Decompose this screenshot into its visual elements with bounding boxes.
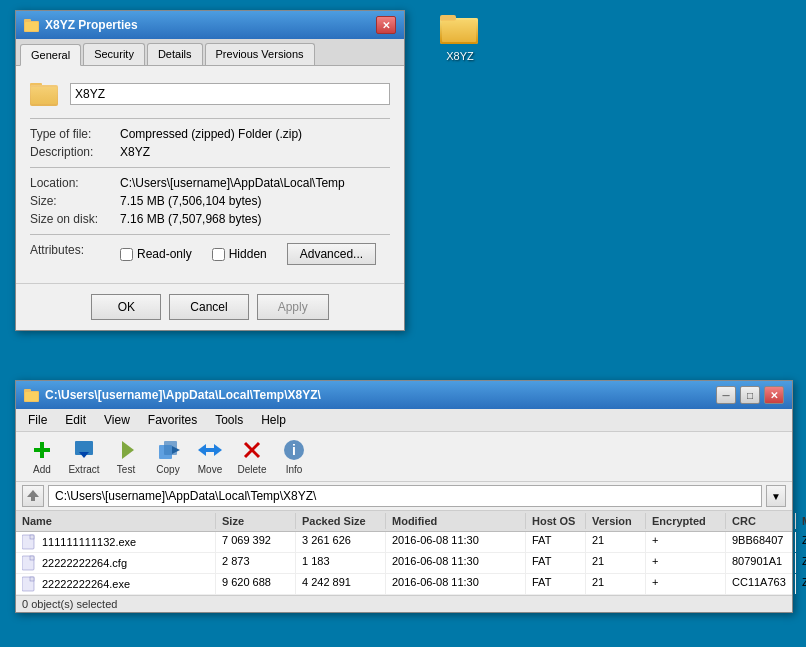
fm-minimize-button[interactable]: ─ xyxy=(716,386,736,404)
tabs-bar: General Security Details Previous Versio… xyxy=(16,39,404,66)
fm-title: C:\Users\[username]\AppData\Local\Temp\X… xyxy=(45,388,321,402)
titlebar-folder-icon xyxy=(24,17,40,33)
svg-rect-10 xyxy=(30,85,58,106)
file-cell-size: 2 873 xyxy=(216,553,296,573)
svg-rect-33 xyxy=(30,535,34,539)
address-input[interactable] xyxy=(48,485,762,507)
readonly-checkbox-label[interactable]: Read-only xyxy=(120,247,192,261)
dialog-close-button[interactable]: ✕ xyxy=(376,16,396,34)
cancel-button[interactable]: Cancel xyxy=(169,294,248,320)
info-icon: i xyxy=(282,438,306,462)
col-packed-size[interactable]: Packed Size xyxy=(296,513,386,529)
svg-marker-18 xyxy=(122,441,134,459)
file-cell-modified: 2016-06-08 11:30 xyxy=(386,553,526,573)
address-up-button[interactable] xyxy=(22,485,44,507)
col-encrypted[interactable]: Encrypted xyxy=(646,513,726,529)
hidden-label: Hidden xyxy=(229,247,267,261)
menu-edit[interactable]: Edit xyxy=(57,411,94,429)
advanced-button[interactable]: Advanced... xyxy=(287,243,376,265)
size-on-disk-label: Size on disk: xyxy=(30,212,120,226)
toolbar-info-button[interactable]: i Info xyxy=(274,436,314,477)
toolbar-delete-button[interactable]: Delete xyxy=(232,436,272,477)
file-row[interactable]: 111111111132.exe 7 069 392 3 261 626 201… xyxy=(16,532,792,553)
svg-rect-6 xyxy=(25,22,38,31)
status-bar: 0 object(s) selected xyxy=(16,595,792,612)
file-row[interactable]: 22222222264.cfg 2 873 1 183 2016-06-08 1… xyxy=(16,553,792,574)
tab-details[interactable]: Details xyxy=(147,43,203,65)
menu-file[interactable]: File xyxy=(20,411,55,429)
col-method[interactable]: Method xyxy=(796,513,806,529)
file-cell-encrypted: + xyxy=(646,553,726,573)
col-name[interactable]: Name xyxy=(16,513,216,529)
copy-icon xyxy=(156,438,180,462)
hidden-checkbox-label[interactable]: Hidden xyxy=(212,247,267,261)
address-bar: ▼ xyxy=(16,482,792,511)
delete-icon xyxy=(240,438,264,462)
tab-general[interactable]: General xyxy=(20,44,81,66)
toolbar-add-button[interactable]: Add xyxy=(22,436,62,477)
tab-security[interactable]: Security xyxy=(83,43,145,65)
file-cell-hostos: FAT xyxy=(526,532,586,552)
file-cell-encrypted: + xyxy=(646,532,726,552)
menu-bar: File Edit View Favorites Tools Help xyxy=(16,409,792,432)
menu-help[interactable]: Help xyxy=(253,411,294,429)
dialog-titlebar: X8YZ Properties ✕ xyxy=(16,11,404,39)
file-cell-version: 21 xyxy=(586,574,646,594)
type-of-file-value: Compressed (zipped) Folder (.zip) xyxy=(120,127,302,141)
file-cell-hostos: FAT xyxy=(526,574,586,594)
file-name-input[interactable] xyxy=(70,83,390,105)
col-modified[interactable]: Modified xyxy=(386,513,526,529)
file-cell-size: 7 069 392 xyxy=(216,532,296,552)
col-crc[interactable]: CRC xyxy=(726,513,796,529)
tab-previous-versions[interactable]: Previous Versions xyxy=(205,43,315,65)
fm-titlebar: C:\Users\[username]\AppData\Local\Temp\X… xyxy=(16,381,792,409)
toolbar-delete-label: Delete xyxy=(238,464,267,475)
size-on-disk-value: 7.16 MB (7,507,968 bytes) xyxy=(120,212,261,226)
apply-button[interactable]: Apply xyxy=(257,294,329,320)
address-dropdown-button[interactable]: ▼ xyxy=(766,485,786,507)
file-cell-hostos: FAT xyxy=(526,553,586,573)
svg-marker-30 xyxy=(27,490,39,497)
file-row[interactable]: 22222222264.exe 9 620 688 4 242 891 2016… xyxy=(16,574,792,595)
col-host-os[interactable]: Host OS xyxy=(526,513,586,529)
file-cell-packed: 1 183 xyxy=(296,553,386,573)
fm-close-button[interactable]: ✕ xyxy=(764,386,784,404)
toolbar-test-button[interactable]: Test xyxy=(106,436,146,477)
description-value: X8YZ xyxy=(120,145,150,159)
fm-window-controls: ─ □ ✕ xyxy=(716,386,784,404)
svg-rect-36 xyxy=(30,556,34,560)
toolbar-move-button[interactable]: Move xyxy=(190,436,230,477)
dialog-title: X8YZ Properties xyxy=(45,18,138,32)
attributes-section: Attributes: Read-only Hidden Advanced... xyxy=(30,243,390,265)
ok-button[interactable]: OK xyxy=(91,294,161,320)
attributes-row-container: Attributes: Read-only Hidden Advanced... xyxy=(30,243,390,265)
toolbar-copy-button[interactable]: Copy xyxy=(148,436,188,477)
col-version[interactable]: Version xyxy=(586,513,646,529)
menu-favorites[interactable]: Favorites xyxy=(140,411,205,429)
menu-view[interactable]: View xyxy=(96,411,138,429)
fm-titlebar-left: C:\Users\[username]\AppData\Local\Temp\X… xyxy=(24,387,321,403)
file-cell-method: ZipCrypto Deflate xyxy=(796,574,806,594)
hidden-checkbox[interactable] xyxy=(212,248,225,261)
menu-tools[interactable]: Tools xyxy=(207,411,251,429)
desktop-folder-icon[interactable]: X8YZ xyxy=(430,10,490,62)
fm-maximize-button[interactable]: □ xyxy=(740,386,760,404)
file-list-area: 111111111132.exe 7 069 392 3 261 626 201… xyxy=(16,532,792,595)
move-icon xyxy=(198,438,222,462)
file-name-section xyxy=(30,80,390,108)
file-cell-version: 21 xyxy=(586,553,646,573)
description-label: Description: xyxy=(30,145,120,159)
attributes-label: Attributes: xyxy=(30,243,120,265)
toolbar-test-label: Test xyxy=(117,464,135,475)
col-size[interactable]: Size xyxy=(216,513,296,529)
type-of-file-row: Type of file: Compressed (zipped) Folder… xyxy=(30,127,390,141)
file-cell-name: 22222222264.exe xyxy=(16,574,216,594)
toolbar-extract-button[interactable]: Extract xyxy=(64,436,104,477)
location-label: Location: xyxy=(30,176,120,190)
readonly-checkbox[interactable] xyxy=(120,248,133,261)
file-cell-name: 22222222264.cfg xyxy=(16,553,216,573)
fm-title-icon xyxy=(24,387,40,403)
location-value: C:\Users\[username]\AppData\Local\Temp xyxy=(120,176,345,190)
svg-rect-23 xyxy=(206,448,214,452)
location-row: Location: C:\Users\[username]\AppData\Lo… xyxy=(30,176,390,190)
